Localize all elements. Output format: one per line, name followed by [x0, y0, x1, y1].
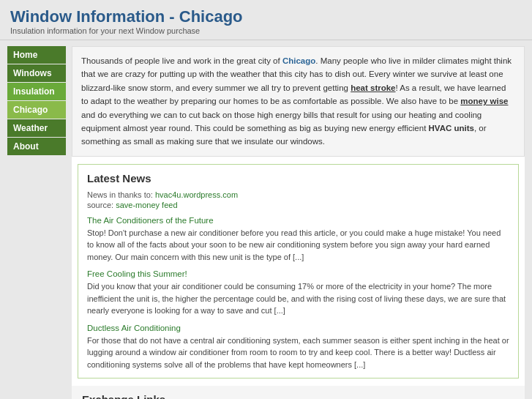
news-heading: Latest News [87, 172, 509, 184]
sidebar-item-home[interactable]: Home [7, 46, 66, 64]
news-item-1-body: Stop! Don't purchase a new air condition… [87, 227, 509, 264]
sidebar-item-weather[interactable]: Weather [7, 119, 66, 137]
news-item-2: Free Cooling this Summer! Did you know t… [87, 269, 509, 317]
news-item-2-title[interactable]: Free Cooling this Summer! [87, 269, 187, 278]
news-meta-thanks: News in thanks to: hvac4u.wordpress.com [87, 190, 509, 199]
content-area: Home Windows Insulation Chicago Weather … [0, 40, 532, 399]
news-item-1-title[interactable]: The Air Conditioners of the Future [87, 216, 214, 225]
news-item-3-title[interactable]: Ductless Air Conditioning [87, 324, 181, 332]
sidebar-item-chicago[interactable]: Chicago [7, 101, 66, 119]
main-content: Thousands of people live and work in the… [72, 46, 525, 399]
intro-text: Thousands of people live and work in the… [72, 46, 525, 157]
exchange-links-section: Exchange Links windowschicago.info is th… [72, 386, 525, 399]
heat-stroke-text: heat stroke [351, 83, 395, 92]
sidebar-item-about[interactable]: About [7, 138, 66, 155]
site-header: Window Information - Chicago Insulation … [0, 0, 532, 40]
site-subtitle: Insulation information for your next Win… [10, 26, 522, 35]
sidebar-item-insulation[interactable]: Insulation [7, 83, 66, 100]
news-meta-source: source: save-money feed [87, 201, 509, 209]
sidebar: Home Windows Insulation Chicago Weather … [7, 46, 66, 399]
news-item-1: The Air Conditioners of the Future Stop!… [87, 215, 509, 264]
money-wise-text: money wise [460, 97, 508, 105]
news-box: Latest News News in thanks to: hvac4u.wo… [78, 164, 519, 379]
news-item-3: Ductless Air Conditioning For those that… [87, 323, 509, 371]
news-item-2-body: Did you know that your air conditioner c… [87, 280, 509, 317]
news-feed-link[interactable]: save-money feed [116, 201, 177, 209]
site-title: Window Information - Chicago [10, 7, 522, 26]
chicago-link[interactable]: Chicago [282, 56, 315, 65]
exchange-heading: Exchange Links [82, 393, 514, 399]
news-item-3-body: For those that do not have a central air… [87, 335, 509, 371]
sidebar-item-windows[interactable]: Windows [7, 64, 66, 82]
hvac-text: HVAC units [429, 124, 474, 133]
news-source-link[interactable]: hvac4u.wordpress.com [155, 190, 238, 199]
